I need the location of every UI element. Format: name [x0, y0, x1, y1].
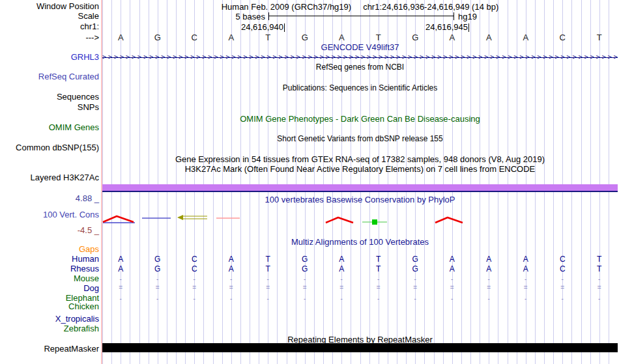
mouse-gap-6: - — [287, 276, 324, 283]
rhesus-base-7: A — [323, 264, 360, 273]
phylop-conservation-wiggle[interactable] — [102, 212, 618, 228]
multiz-row-rhesus: AGCATGATGAAACT — [102, 264, 618, 273]
track-label-common-dbsnp[interactable]: Common dbSNP(155) — [0, 143, 99, 152]
track-title-gtex[interactable]: Gene Expression in 54 tissues from GTEx … — [102, 155, 618, 163]
mouse-gap-11: - — [470, 276, 508, 283]
rhesus-base-3: C — [176, 264, 213, 273]
base-4: A — [213, 33, 250, 42]
base-9: G — [397, 33, 434, 42]
mouse-gap-4: - — [213, 276, 250, 283]
track-label-chr1[interactable]: chr1: — [0, 22, 99, 31]
human-base-2: G — [139, 255, 177, 264]
track-label-mouse[interactable]: Mouse — [0, 274, 99, 283]
multiz-row-dog: ============== — [102, 285, 618, 291]
track-title-dbsnp[interactable]: Short Genetic Variants from dbSNP releas… — [102, 135, 618, 143]
track-title-publications[interactable]: Publications: Sequences in Scientific Ar… — [102, 84, 618, 92]
dog-gap-1: = — [102, 285, 139, 291]
dog-gap-13: = — [544, 285, 581, 291]
track-label-snps[interactable]: SNPs — [0, 103, 99, 111]
rhesus-base-12: A — [508, 264, 545, 273]
mouse-gap-1: - — [102, 276, 139, 283]
dog-gap-11: = — [470, 285, 508, 291]
human-base-1: A — [102, 255, 139, 264]
human-base-8: T — [360, 255, 397, 264]
grhl3-gene-intron-arrows[interactable]: >>>>>>>>>>>>>>>>>>>>>>>>>>>>>>>>>>>>>>>>… — [102, 53, 618, 61]
human-base-12: A — [508, 255, 545, 264]
track-label-scale[interactable]: Scale — [0, 12, 99, 20]
track-label-refseq-curated[interactable]: RefSeq Curated — [0, 72, 99, 81]
track-label-cons-min[interactable]: -4.5 _ — [0, 226, 99, 234]
multiz-row-human: AGCATGATGAAACT — [102, 255, 618, 264]
track-title-omim[interactable]: OMIM Gene Phenotypes - Dark Green Can Be… — [102, 115, 618, 123]
track-label-window-position[interactable]: Window Position — [0, 2, 99, 10]
base-2: G — [139, 33, 177, 42]
elephant-gap-9: - — [397, 296, 434, 302]
rhesus-base-5: T — [250, 264, 287, 273]
rhesus-base-8: T — [360, 264, 397, 273]
elephant-gap-14: - — [581, 296, 618, 302]
base-1: A — [102, 33, 139, 42]
base-10: A — [434, 33, 471, 42]
elephant-gap-3: - — [176, 296, 213, 302]
mouse-gap-8: - — [360, 276, 397, 283]
coordinate-right-value: 24,616,945 — [425, 22, 468, 32]
track-label-dog[interactable]: Dog — [0, 284, 99, 292]
human-base-10: A — [434, 255, 471, 264]
dog-gap-3: = — [176, 285, 213, 291]
scale-ruler — [268, 12, 454, 20]
track-label-rhesus[interactable]: Rhesus — [0, 264, 99, 273]
rhesus-base-1: A — [102, 264, 139, 273]
human-base-11: A — [470, 255, 508, 264]
dog-gap-6: = — [287, 285, 324, 291]
track-label-layered-h3k27ac[interactable]: Layered H3K27Ac — [0, 173, 99, 182]
repeatmasker-element-bar[interactable] — [102, 343, 618, 352]
track-title-multiz[interactable]: Multiz Alignments of 100 Vertebrates — [102, 238, 618, 246]
track-label-gaps[interactable]: Gaps — [0, 245, 99, 253]
coordinate-right-tick — [468, 23, 469, 32]
track-label-sequences[interactable]: Sequences — [0, 92, 99, 101]
mouse-gap-5: - — [250, 276, 287, 283]
track-label-cons-max[interactable]: 4.88 _ — [0, 194, 99, 203]
dog-gap-8: = — [360, 285, 397, 291]
dog-gap-9: = — [397, 285, 434, 291]
track-label-strand[interactable]: ---> — [0, 33, 99, 42]
track-label-human[interactable]: Human — [0, 255, 99, 263]
track-label-grhl3[interactable]: GRHL3 — [0, 53, 99, 61]
human-base-13: C — [544, 255, 581, 264]
mouse-gap-7: - — [323, 276, 360, 283]
track-title-refseq[interactable]: RefSeq genes from NCBI — [102, 63, 618, 72]
base-13: C — [544, 33, 581, 42]
rhesus-base-14: T — [581, 264, 618, 273]
track-label-zebrafish[interactable]: Zebrafish — [0, 324, 99, 333]
elephant-gap-11: - — [470, 296, 508, 302]
base-11: A — [470, 33, 508, 42]
dog-gap-2: = — [139, 285, 177, 291]
base-8: T — [360, 33, 397, 42]
track-label-x-tropicalis[interactable]: X_tropicalis — [0, 315, 99, 323]
dog-gap-14: = — [581, 285, 618, 291]
track-title-repeatmasker-title[interactable]: Repeating Elements by RepeatMasker — [102, 335, 618, 344]
window-position-header: Human Feb. 2009 (GRCh37/hg19)chr1:24,616… — [102, 2, 618, 12]
track-title-phylop[interactable]: 100 vertebrates Basewise Conservation by… — [102, 195, 618, 204]
elephant-gap-12: - — [508, 296, 545, 302]
track-label-omim-genes[interactable]: OMIM Genes — [0, 123, 99, 132]
mouse-gap-10: - — [434, 276, 471, 283]
rhesus-base-6: G — [287, 264, 324, 273]
layered-h3k27ac-signal-bar[interactable] — [102, 184, 618, 192]
track-label-vert-cons[interactable]: 100 Vert. Cons — [0, 210, 99, 219]
elephant-gap-5: - — [250, 296, 287, 302]
base-sequence-row: AGCATGATGAAACT — [102, 33, 618, 42]
track-label-repeatmasker[interactable]: RepeatMasker — [0, 344, 99, 353]
track-label-chicken[interactable]: Chicken — [0, 302, 99, 311]
base-3: C — [176, 33, 213, 42]
dog-gap-12: = — [508, 285, 545, 291]
mouse-gap-13: - — [544, 276, 581, 283]
rhesus-base-2: G — [139, 264, 177, 273]
rhesus-base-10: A — [434, 264, 471, 273]
track-title-gencode[interactable]: GENCODE V49lift37 — [102, 43, 618, 51]
base-5: T — [250, 33, 287, 42]
track-title-h3k27ac[interactable]: H3K27Ac Mark (Often Found Near Active Re… — [102, 165, 618, 173]
human-base-3: C — [176, 255, 213, 264]
base-12: A — [508, 33, 545, 42]
human-base-14: T — [581, 255, 618, 264]
